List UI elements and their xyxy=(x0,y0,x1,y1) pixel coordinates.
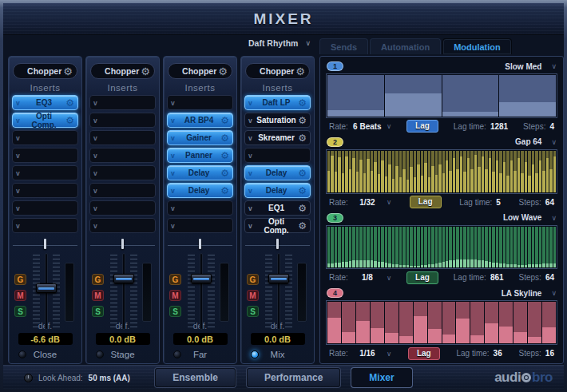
mod-step-bar[interactable] xyxy=(338,227,340,268)
mod-step-bar[interactable] xyxy=(367,227,369,268)
mod-step-bar[interactable] xyxy=(535,151,537,192)
modulation-step-display[interactable] xyxy=(326,149,557,194)
chevron-down-icon[interactable]: v xyxy=(248,152,256,160)
gear-icon[interactable]: ⚙ xyxy=(295,66,305,77)
mod-step-bar[interactable] xyxy=(542,227,545,268)
gear-icon[interactable]: ⚙ xyxy=(64,116,74,125)
mod-step-bar[interactable] xyxy=(327,227,330,268)
gain-value[interactable]: 0.0 dB xyxy=(96,333,150,345)
lane-number-badge[interactable]: 1 xyxy=(327,61,343,71)
mod-step-bar[interactable] xyxy=(414,151,416,192)
mod-step-bar[interactable] xyxy=(388,227,391,268)
insert-slot[interactable]: v ⚙ xyxy=(89,130,156,145)
volume-fader[interactable] xyxy=(32,253,61,330)
steps-value[interactable]: 64 xyxy=(545,273,554,282)
mod-step-bar[interactable] xyxy=(359,227,362,268)
chevron-down-icon[interactable]: v xyxy=(93,187,101,195)
mod-step-bar[interactable] xyxy=(449,227,451,268)
chevron-down-icon[interactable]: v xyxy=(248,204,256,212)
mod-step-bar[interactable] xyxy=(374,227,376,268)
chevron-down-icon[interactable]: ∨ xyxy=(551,138,557,146)
pan-handle[interactable] xyxy=(276,239,279,249)
chevron-down-icon[interactable]: v xyxy=(248,187,256,195)
mod-step-bar[interactable] xyxy=(345,227,347,268)
mod-step-bar[interactable] xyxy=(335,151,337,192)
page-button-performance[interactable]: Performance xyxy=(247,368,340,387)
chevron-down-icon[interactable]: ∨ xyxy=(551,62,557,70)
pan-handle[interactable] xyxy=(44,239,46,249)
mod-step-bar[interactable] xyxy=(503,227,506,268)
chevron-down-icon[interactable]: v xyxy=(171,134,179,142)
insert-slot[interactable]: v Delay ⚙ xyxy=(167,183,233,198)
mod-step-bar[interactable] xyxy=(532,227,534,268)
mod-step-bar[interactable] xyxy=(374,151,376,192)
mute-button[interactable]: M xyxy=(169,290,181,301)
mod-step-bar[interactable] xyxy=(395,227,398,268)
chevron-down-icon[interactable]: ∨ xyxy=(305,39,311,47)
chevron-down-icon[interactable]: ∨ xyxy=(551,289,557,297)
mod-step-bar[interactable] xyxy=(521,151,523,192)
mod-step-bar[interactable] xyxy=(539,227,541,268)
steps-value[interactable]: 64 xyxy=(545,198,554,207)
chevron-down-icon[interactable]: v xyxy=(16,204,24,212)
chevron-down-icon[interactable]: ∨ xyxy=(387,350,391,358)
insert-slot[interactable]: v ⚙ xyxy=(12,148,78,163)
mod-step-bar[interactable] xyxy=(327,302,341,343)
insert-slot[interactable]: v Daft LP ⚙ xyxy=(244,95,311,110)
mod-step-bar[interactable] xyxy=(410,227,412,268)
lag-toggle-button[interactable]: Lag xyxy=(406,271,438,284)
mod-step-bar[interactable] xyxy=(460,227,462,268)
tab-modulation[interactable]: Modulation xyxy=(442,38,512,54)
insert-slot[interactable]: v Delay ⚙ xyxy=(167,165,233,180)
mod-step-bar[interactable] xyxy=(424,227,426,268)
mod-step-bar[interactable] xyxy=(503,151,506,192)
modulation-step-display[interactable] xyxy=(326,73,557,118)
mod-step-bar[interactable] xyxy=(528,302,541,343)
mod-step-bar[interactable] xyxy=(499,151,502,192)
insert-slot[interactable]: v ⚙ xyxy=(12,130,78,145)
gear-icon[interactable]: ⚙ xyxy=(141,66,150,77)
insert-slot[interactable]: v Gainer ⚙ xyxy=(167,130,233,145)
gear-icon[interactable]: ⚙ xyxy=(296,204,307,213)
chevron-down-icon[interactable]: v xyxy=(16,99,24,107)
mod-step-bar[interactable] xyxy=(378,227,380,268)
mod-step-bar[interactable] xyxy=(513,151,516,192)
pan-slider[interactable] xyxy=(13,238,77,250)
steps-value[interactable]: 4 xyxy=(549,122,554,131)
chevron-down-icon[interactable]: v xyxy=(16,152,24,160)
gain-value[interactable]: -6.6 dB xyxy=(18,333,73,345)
mod-step-bar[interactable] xyxy=(539,151,541,192)
mod-step-bar[interactable] xyxy=(327,75,384,117)
chevron-down-icon[interactable]: v xyxy=(93,169,101,177)
insert-slot[interactable]: v ⚙ xyxy=(89,200,156,216)
lag-time-value[interactable]: 36 xyxy=(494,349,502,358)
chevron-down-icon[interactable]: ∨ xyxy=(551,214,557,222)
lane-number-badge[interactable]: 3 xyxy=(327,213,343,223)
insert-slot[interactable]: v EQ3 ⚙ xyxy=(12,95,78,110)
mod-step-bar[interactable] xyxy=(356,302,370,343)
insert-slot[interactable]: v ⚙ xyxy=(12,183,78,198)
mod-step-bar[interactable] xyxy=(506,151,509,192)
mod-step-bar[interactable] xyxy=(528,151,530,192)
tab-sends[interactable]: Sends xyxy=(319,38,368,54)
mod-step-bar[interactable] xyxy=(345,151,347,192)
mod-step-bar[interactable] xyxy=(371,151,373,192)
mod-step-bar[interactable] xyxy=(517,151,520,192)
mod-step-bar[interactable] xyxy=(431,227,434,268)
mod-step-bar[interactable] xyxy=(349,151,351,192)
mod-step-bar[interactable] xyxy=(532,151,534,192)
lane-number-badge[interactable]: 2 xyxy=(327,137,343,147)
mod-step-bar[interactable] xyxy=(470,227,473,268)
g-button[interactable]: G xyxy=(92,274,104,285)
gear-icon[interactable]: ⚙ xyxy=(296,186,307,196)
fader-handle[interactable] xyxy=(113,274,134,283)
mod-step-bar[interactable] xyxy=(388,151,391,192)
mod-step-bar[interactable] xyxy=(442,151,445,192)
mod-step-bar[interactable] xyxy=(535,227,537,268)
mod-step-bar[interactable] xyxy=(395,151,398,192)
mod-step-bar[interactable] xyxy=(359,151,362,192)
chevron-down-icon[interactable]: v xyxy=(16,117,24,125)
mod-step-bar[interactable] xyxy=(513,302,527,343)
page-button-mixer[interactable]: Mixer xyxy=(351,368,411,387)
mod-step-bar[interactable] xyxy=(428,227,430,268)
